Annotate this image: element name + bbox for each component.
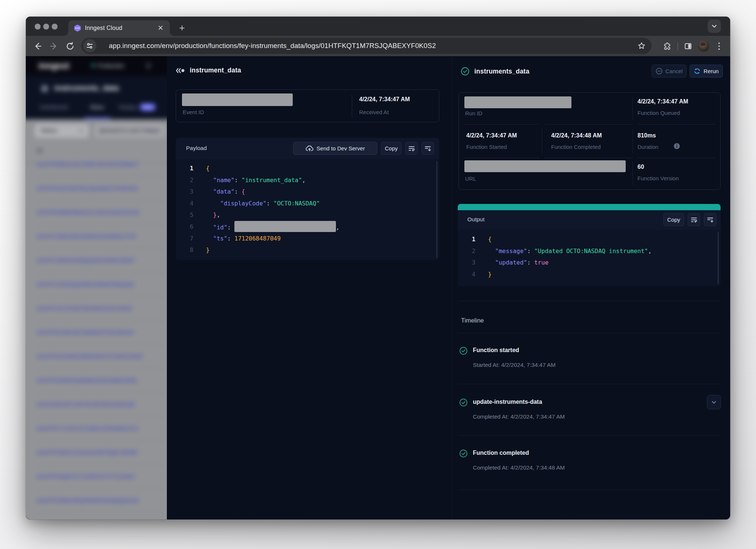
output-scroll-bottom-button[interactable] <box>704 213 717 226</box>
output-scrollbar[interactable] <box>718 232 719 284</box>
run-id-row[interactable]: 01HTFJ1C7FHF7RVN051G3Y0253 <box>37 297 163 321</box>
payload-scrollbar[interactable] <box>436 161 437 258</box>
browser-toolbar: app.inngest.com/env/production/functions… <box>26 36 730 56</box>
run-id-row[interactable]: 01HTFCR9K4PQP0R9PZR3MQNA9S <box>37 489 163 513</box>
code-line: 7 "ts": 1712068487049 <box>176 233 432 245</box>
back-button[interactable] <box>30 38 46 54</box>
function-started-value: 4/2/24, 7:34:47 AM <box>466 132 517 139</box>
puzzle-icon <box>663 42 672 51</box>
grid-divider <box>638 158 716 158</box>
sidebar-tabs: Dashboard Runs Replay New <box>40 103 156 111</box>
run-id-row[interactable]: 01HTFKMBPMDGZAJ4AG04KD3A02 <box>37 201 163 225</box>
run-id-text: 01HTFKMBPMDGZAJ4AG04KD3A02 <box>37 209 139 216</box>
payload-scroll-bottom-button[interactable] <box>422 142 434 155</box>
cancel-button[interactable]: Cancel <box>652 65 687 78</box>
function-header: instruments_data Dashboard Runs Replay N… <box>26 76 167 119</box>
run-panel: instruments_data Cancel Rerun <box>452 56 730 519</box>
grid-divider <box>464 124 539 125</box>
tab-runs[interactable]: Runs <box>90 104 119 110</box>
output-copy-button[interactable]: Copy <box>663 213 684 226</box>
send-to-dev-server-button[interactable]: Send to Dev Server <box>293 142 377 155</box>
run-id-row[interactable]: 01HTFJ9HHV50BQ48AP4DM13E9T <box>37 249 163 273</box>
profile-avatar[interactable] <box>698 41 709 52</box>
reload-button[interactable] <box>62 38 78 54</box>
grid-divider <box>544 124 632 125</box>
run-id-row[interactable]: 01HTFN86XV6CXWE7657WTE3WDY <box>37 153 163 177</box>
environment-selector[interactable]: Production <box>92 62 124 69</box>
split-view-icon <box>684 42 693 51</box>
received-at-value: 4/2/24, 7:34:47 AM <box>359 96 410 103</box>
tab-title: Inngest Cloud <box>85 25 122 31</box>
new-tab-button[interactable]: + <box>176 22 188 34</box>
timeline-item-title: update-instruments-data <box>473 399 542 405</box>
run-id-text: 01HTFCR9K4PQP0R9PZR3MQNA9S <box>37 497 139 504</box>
run-id-row[interactable]: 01HTFC5Q07ZYVXNZVC7VT1Z4K6 <box>37 465 163 489</box>
url-text[interactable]: app.inngest.com/env/production/functions… <box>109 42 436 50</box>
address-bar[interactable]: app.inngest.com/env/production/functions… <box>81 38 652 54</box>
tab-dashboard[interactable]: Dashboard <box>40 104 90 110</box>
duration-value: 810ms <box>638 132 656 139</box>
payload-word-wrap-button[interactable] <box>405 142 418 155</box>
run-id-row[interactable]: 01HTFJ3B1P827EWGK5Z0W6JYC8 <box>37 225 163 249</box>
run-id-text: 01HTFJ1DA6Q23BSJWNHTE8Q2Q <box>37 281 134 288</box>
run-id-text: 01HTFEG3FVJP7FZJP7EASXN3JR <box>37 401 135 408</box>
run-id-row[interactable]: 01HTFHXGR0CWNHSWYST3NAVGRC <box>37 345 163 369</box>
site-info-icon[interactable] <box>83 39 96 52</box>
run-id-text: 01HTFHXGR0CWNHSWYST3NAVGRC <box>37 353 144 360</box>
rerun-button[interactable]: Rerun <box>690 65 723 78</box>
time-range-filter[interactable]: Queued in Last 3 Days <box>94 124 165 138</box>
inngest-logo: inngest <box>38 61 69 71</box>
tab-replay[interactable]: Replay <box>119 104 137 110</box>
duration-info-icon[interactable] <box>673 143 680 150</box>
reload-icon <box>65 41 75 51</box>
toolbar-actions <box>661 36 726 56</box>
run-id-redacted-value <box>464 96 571 108</box>
payload-card: Payload Send to Dev Server Copy <box>176 138 439 260</box>
run-success-icon <box>461 67 470 76</box>
tune-icon <box>86 42 93 50</box>
event-title: instrument_data <box>190 67 241 74</box>
run-id-row[interactable]: 01HTFEG3FVJP7FZJP7EASXN3JR <box>37 393 163 417</box>
timeline-heading: Timeline <box>461 317 484 324</box>
grid-divider <box>544 158 632 158</box>
button-label: Cancel <box>666 68 683 74</box>
timeline-divider <box>458 384 721 384</box>
run-title: instruments_data <box>474 68 529 75</box>
output-word-wrap-button[interactable] <box>688 213 700 226</box>
bookmark-star-icon[interactable] <box>636 40 647 51</box>
received-at-label: Received At <box>359 109 389 115</box>
maximize-window-button[interactable] <box>52 24 58 30</box>
function-version-label: Function Version <box>638 175 679 181</box>
tab-search-button[interactable] <box>708 20 721 33</box>
timeline-item-sub: Started At: 4/2/2024, 7:34:47 AM <box>473 362 556 368</box>
close-window-button[interactable] <box>35 24 41 30</box>
browser-tab[interactable]: Inngest Cloud ✕ <box>68 20 170 36</box>
run-id-row[interactable]: 01HTFCW27CZ2X3AZM75QEYNH9F <box>37 441 163 465</box>
run-id-text: 01HTFN86XV6CXWE7657WTE3WDY <box>37 161 139 168</box>
extensions-icon[interactable] <box>661 40 674 53</box>
browser-menu-icon[interactable] <box>712 40 726 53</box>
run-id-row[interactable]: 01HTFHYWF32TSB9HGT01F58T8J <box>37 321 163 345</box>
three-dots-icon <box>715 42 723 50</box>
minimize-window-button[interactable] <box>43 24 49 30</box>
run-id-row[interactable]: 01HTFJ1DA6Q23BSJWNHTE8Q2Q <box>37 273 163 297</box>
check-circle-icon <box>459 398 468 407</box>
window-controls[interactable] <box>35 24 58 30</box>
status-filter[interactable]: Status <box>35 124 89 138</box>
button-label: Copy <box>385 145 398 151</box>
code-line: 4} <box>458 269 713 280</box>
run-id-row[interactable]: 01HTFKQT1M7RSJQABEXYF0K0S2 <box>37 177 163 201</box>
tab-close-icon[interactable]: ✕ <box>157 24 165 32</box>
button-label: Send to Dev Server <box>317 145 365 151</box>
function-icon <box>41 85 48 92</box>
expand-step-button[interactable] <box>707 395 721 409</box>
forward-button[interactable] <box>46 38 62 54</box>
run-id-row[interactable]: 01HTFG38KPQ5R9E4A91GBRA99N <box>37 369 163 393</box>
function-queued-label: Function Queued <box>638 110 680 116</box>
run-id-row[interactable]: 01HTFCYYZ0YGYGDKJVP92NKXCZ <box>37 417 163 441</box>
payload-copy-button[interactable]: Copy <box>381 142 402 155</box>
code-line: 2 "message": "Updated OCTO:NASDAQ instru… <box>458 245 713 257</box>
environment-bar: inngest Production <box>26 56 167 76</box>
code-line: 3 "updated": true <box>458 257 713 269</box>
side-panel-icon[interactable] <box>681 40 695 53</box>
